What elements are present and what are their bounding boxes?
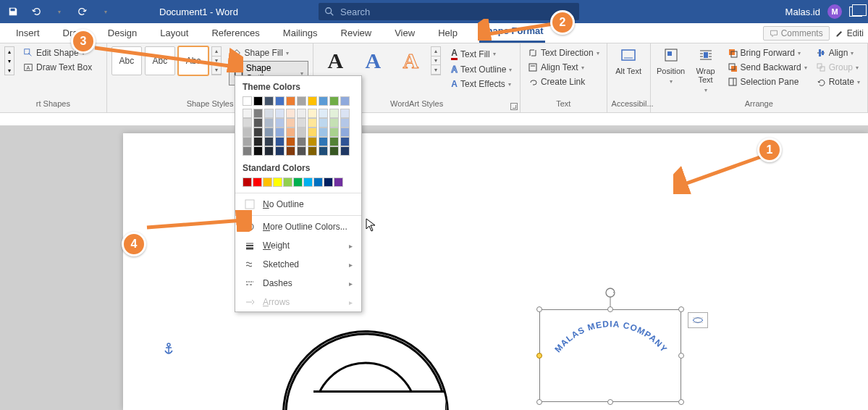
wordart-gallery-nav[interactable]: ▴▾▾: [431, 46, 441, 75]
color-swatch[interactable]: [340, 118, 350, 127]
color-swatch[interactable]: [243, 127, 252, 137]
color-swatch[interactable]: [243, 137, 252, 146]
editing-button[interactable]: Editi: [835, 26, 864, 41]
color-swatch[interactable]: [275, 109, 285, 118]
wordart-style-2[interactable]: A: [355, 46, 390, 75]
more-outline-colors-item[interactable]: More Outline Colors...: [235, 217, 361, 236]
align-text-button[interactable]: Align Text▾: [525, 61, 602, 74]
color-swatch[interactable]: [286, 146, 295, 156]
color-swatch[interactable]: [253, 96, 263, 106]
color-swatch[interactable]: [319, 127, 328, 137]
color-swatch[interactable]: [319, 118, 328, 127]
weight-item[interactable]: Weight▸: [235, 236, 361, 255]
tab-review[interactable]: Review: [340, 23, 374, 43]
color-swatch[interactable]: [253, 109, 263, 118]
tab-view[interactable]: View: [393, 23, 416, 43]
layout-options-button[interactable]: [688, 312, 708, 328]
text-effects-button[interactable]: A Text Effects▾: [448, 78, 515, 91]
color-swatch[interactable]: [273, 177, 282, 187]
color-swatch[interactable]: [264, 109, 274, 118]
resize-handle-s[interactable]: [607, 399, 613, 405]
color-swatch[interactable]: [297, 146, 306, 156]
color-swatch[interactable]: [264, 146, 274, 156]
color-swatch[interactable]: [329, 109, 339, 118]
tab-references[interactable]: References: [210, 23, 261, 43]
color-swatch[interactable]: [275, 127, 285, 137]
resize-handle-se[interactable]: [678, 399, 684, 405]
color-swatch[interactable]: [297, 127, 306, 137]
tab-design[interactable]: Design: [106, 23, 138, 43]
color-swatch[interactable]: [329, 118, 339, 127]
no-outline-item[interactable]: NNo Outlineo Outline: [235, 195, 361, 214]
color-swatch[interactable]: [253, 177, 262, 187]
color-swatch[interactable]: [264, 118, 274, 127]
text-outline-button[interactable]: A Text Outline▾: [448, 63, 515, 76]
color-swatch[interactable]: [340, 137, 350, 146]
resize-handle-ne[interactable]: [678, 306, 684, 312]
send-backward-button[interactable]: Send Backward▾: [725, 61, 810, 74]
color-swatch[interactable]: [264, 127, 274, 137]
color-swatch[interactable]: [308, 118, 317, 127]
color-swatch[interactable]: [253, 127, 263, 137]
color-swatch[interactable]: [340, 146, 350, 156]
color-swatch[interactable]: [329, 127, 339, 137]
tab-layout[interactable]: Layout: [159, 23, 190, 43]
color-swatch[interactable]: [329, 146, 339, 156]
redo-button[interactable]: [72, 3, 93, 20]
text-fill-button[interactable]: A Text Fill▾: [448, 46, 515, 62]
rotate-button[interactable]: Rotate▾: [813, 75, 863, 88]
bring-forward-button[interactable]: Bring Forward▾: [725, 46, 810, 59]
wordart-dialog-launcher[interactable]: [510, 103, 518, 110]
color-swatch[interactable]: [308, 137, 317, 146]
tab-help[interactable]: Help: [437, 23, 459, 43]
color-swatch[interactable]: [243, 146, 252, 156]
color-swatch[interactable]: [243, 109, 252, 118]
qat-customize[interactable]: ▾: [96, 3, 116, 20]
color-swatch[interactable]: [319, 146, 328, 156]
color-swatch[interactable]: [286, 96, 295, 106]
color-swatch[interactable]: [308, 109, 317, 118]
color-swatch[interactable]: [263, 177, 272, 187]
resize-handle-nw[interactable]: [536, 306, 542, 312]
color-swatch[interactable]: [313, 177, 323, 187]
alt-text-button[interactable]: Alt Text: [612, 46, 644, 75]
undo-dropdown[interactable]: ▾: [49, 3, 69, 20]
color-swatch[interactable]: [308, 146, 317, 156]
color-swatch[interactable]: [275, 146, 285, 156]
user-name[interactable]: Malas.id: [785, 7, 820, 17]
color-swatch[interactable]: [308, 96, 317, 106]
color-swatch[interactable]: [319, 96, 328, 106]
undo-button[interactable]: [26, 3, 46, 20]
color-swatch[interactable]: [297, 118, 306, 127]
draw-text-box-button[interactable]: A Draw Text Box: [20, 61, 95, 74]
color-swatch[interactable]: [264, 137, 274, 146]
wrap-text-button[interactable]: Wrap Text▾: [690, 46, 722, 93]
color-swatch[interactable]: [253, 137, 263, 146]
color-swatch[interactable]: [275, 118, 285, 127]
color-swatch[interactable]: [324, 177, 333, 187]
selection-pane-button[interactable]: Selection Pane: [725, 75, 810, 88]
color-swatch[interactable]: [264, 96, 274, 106]
resize-handle-sw[interactable]: [536, 399, 542, 405]
color-swatch[interactable]: [340, 109, 350, 118]
color-swatch[interactable]: [293, 177, 303, 187]
comments-button[interactable]: Comments: [763, 26, 830, 41]
color-swatch[interactable]: [253, 118, 263, 127]
color-swatch[interactable]: [283, 177, 292, 187]
color-swatch[interactable]: [303, 177, 313, 187]
color-swatch[interactable]: [286, 118, 295, 127]
color-swatch[interactable]: [334, 177, 343, 187]
color-swatch[interactable]: [286, 109, 295, 118]
text-direction-button[interactable]: Text Direction▾: [525, 46, 602, 59]
color-swatch[interactable]: [253, 146, 263, 156]
color-swatch[interactable]: [286, 127, 295, 137]
search-box[interactable]: Search: [319, 3, 579, 20]
color-swatch[interactable]: [297, 109, 306, 118]
selected-text-box[interactable]: MALAS MEDIA COMPANY: [539, 309, 681, 402]
tab-mailings[interactable]: Mailings: [282, 23, 319, 43]
color-swatch[interactable]: [275, 137, 285, 146]
avatar[interactable]: M: [827, 4, 842, 19]
wordart-style-1[interactable]: A: [318, 46, 353, 75]
save-button[interactable]: [3, 3, 23, 20]
color-swatch[interactable]: [243, 96, 252, 106]
